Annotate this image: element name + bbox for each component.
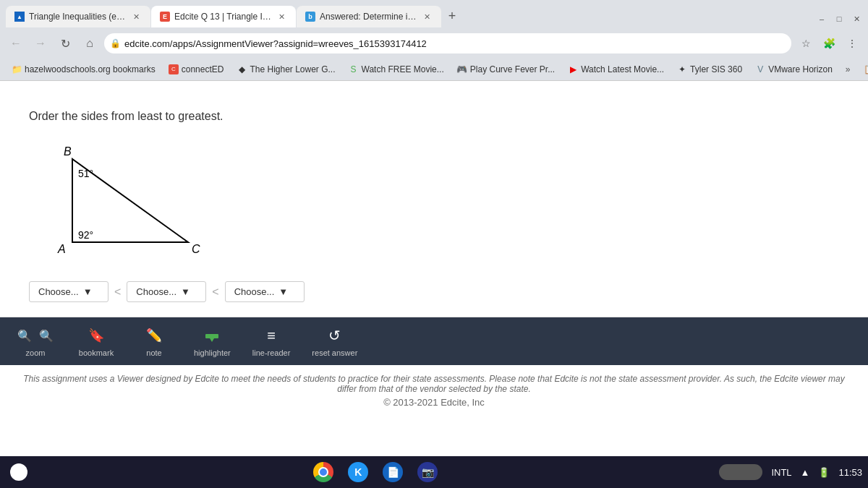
bookmark-curve-fever[interactable]: 🎮 Play Curve Fever Pr... xyxy=(451,63,561,76)
bookmark-vmware[interactable]: V VMware Horizon xyxy=(749,63,838,76)
dropdown-3-label: Choose... xyxy=(234,286,275,297)
note-label: note xyxy=(146,348,161,357)
home-button[interactable]: ⌂ xyxy=(80,33,100,53)
tab-favicon-2: E xyxy=(160,12,170,22)
taskbar-right: INTL ▲ 🔋 11:53 xyxy=(719,464,862,480)
camera-taskbar-icon[interactable]: 📷 xyxy=(414,459,441,485)
tab-label-2: Edcite Q 13 | Triangle Inequalitie... xyxy=(174,12,271,22)
separator-1: < xyxy=(114,286,121,299)
bookmark-hazelwood[interactable]: 📁 hazelwoodschools.org bookmarks xyxy=(6,63,161,76)
minimize-button[interactable]: – xyxy=(816,13,827,25)
time-display: 11:53 xyxy=(838,467,862,478)
start-circle xyxy=(10,463,27,481)
line-reader-icon[interactable]: ≡ xyxy=(261,325,281,346)
reset-answer-tool[interactable]: ↺ reset answer xyxy=(312,325,357,357)
tab-favicon-3: b xyxy=(305,12,315,22)
bookmark-connected-label: connectED xyxy=(182,64,224,74)
bookmark-higher-lower-label: The Higher Lower G... xyxy=(250,64,335,74)
bookmark-higher-lower[interactable]: ◆ The Higher Lower G... xyxy=(231,63,341,76)
chrome-taskbar-icon[interactable] xyxy=(310,459,336,485)
footer-disclaimer: This assignment uses a Viewer designed b… xyxy=(14,374,854,394)
vertex-a-label: A xyxy=(57,243,66,255)
note-icon[interactable]: ✏️ xyxy=(144,325,164,346)
watch-free-favicon: S xyxy=(349,64,359,74)
bookmark-tool[interactable]: 🔖 bookmark xyxy=(78,325,114,357)
answer-row: Choose... ▼ < Choose... ▼ < Choose... ▼ xyxy=(29,281,622,302)
vertex-c-label: C xyxy=(192,243,200,255)
bookmark-tyler[interactable]: ✦ Tyler SIS 360 xyxy=(671,63,748,76)
taskbar-center: K 📄 📷 xyxy=(32,459,719,485)
line-reader-label: line-reader xyxy=(252,348,291,357)
note-tool[interactable]: ✏️ note xyxy=(136,325,172,357)
start-button[interactable] xyxy=(6,459,32,485)
zoom-out-tool[interactable]: 🔍 🔍 zoom xyxy=(14,325,56,357)
footer-copyright: © 2013-2021 Edcite, Inc xyxy=(14,397,854,408)
battery-icon: 🔋 xyxy=(818,467,830,478)
close-button[interactable]: ✕ xyxy=(851,13,862,25)
bookmark-tyler-label: Tyler SIS 360 xyxy=(690,64,742,74)
higher-lower-favicon: ◆ xyxy=(237,64,247,74)
browser-toolbar-icons: ☆ 🧩 ⋮ xyxy=(796,33,862,53)
new-tab-button[interactable]: + xyxy=(442,6,462,26)
tab-bar: ▲ Triangle Inequalities (edited) ✕ E Edc… xyxy=(0,0,868,27)
tab-label-1: Triangle Inequalities (edited) xyxy=(29,12,126,22)
more-options-icon[interactable]: ⋮ xyxy=(842,33,862,53)
tab-triangle-inequalities-edited[interactable]: ▲ Triangle Inequalities (edited) ✕ xyxy=(6,6,150,27)
address-input[interactable] xyxy=(104,33,791,53)
file-taskbar-icon[interactable]: 📄 xyxy=(380,459,406,485)
reading-list-icon: 📋 xyxy=(864,64,868,74)
lock-icon: 🔒 xyxy=(110,38,121,48)
bookmark-watch-free[interactable]: S Watch FREE Movie... xyxy=(343,63,450,76)
pill-indicator xyxy=(719,464,762,480)
vertex-b-label: B xyxy=(64,145,72,158)
chrome-logo xyxy=(313,462,333,482)
bookmark-watch-free-label: Watch FREE Movie... xyxy=(362,64,444,74)
triangle-svg: B A C 51° 92° xyxy=(43,137,203,264)
highlighter-label: highlighter xyxy=(194,348,231,357)
tab-close-3[interactable]: ✕ xyxy=(421,11,433,22)
curve-fever-favicon: 🎮 xyxy=(457,64,467,74)
bookmarks-more-button[interactable]: » xyxy=(840,63,856,76)
dropdown-2-label: Choose... xyxy=(136,286,176,297)
bookmark-watch-latest[interactable]: ▶ Watch Latest Movie... xyxy=(562,63,670,76)
tab-close-2[interactable]: ✕ xyxy=(276,11,287,22)
dropdown-1-label: Choose... xyxy=(38,286,79,297)
maximize-button[interactable]: □ xyxy=(833,13,845,25)
taskbar: K 📄 📷 INTL ▲ 🔋 11:53 xyxy=(0,456,868,488)
bookmark-icon[interactable]: 🔖 xyxy=(86,325,106,346)
forward-button[interactable]: → xyxy=(30,33,51,53)
dropdown-3[interactable]: Choose... ▼ xyxy=(225,281,305,302)
bottom-toolbar: 🔍 🔍 zoom 🔖 bookmark ✏️ note xyxy=(0,317,868,365)
bookmarks-bar: 📁 hazelwoodschools.org bookmarks C conne… xyxy=(0,59,868,81)
bookmark-star-icon[interactable]: ☆ xyxy=(796,33,816,53)
extension-puzzle-icon[interactable]: 🧩 xyxy=(819,33,839,53)
triangle-diagram: B A C 51° 92° xyxy=(43,137,622,267)
bookmark-connected[interactable]: C connectED xyxy=(163,63,230,76)
angle-b: 51° xyxy=(78,168,93,179)
tab-edcite-active[interactable]: E Edcite Q 13 | Triangle Inequalitie... … xyxy=(151,6,296,27)
tab-close-1[interactable]: ✕ xyxy=(130,11,142,22)
file-logo: 📄 xyxy=(383,462,403,482)
dropdown-2-arrow: ▼ xyxy=(181,286,190,297)
address-input-wrapper[interactable]: 🔒 xyxy=(104,33,791,53)
bookmark-curve-fever-label: Play Curve Fever Pr... xyxy=(470,64,555,74)
highlighter-icon[interactable] xyxy=(202,325,222,346)
k-taskbar-icon[interactable]: K xyxy=(345,459,371,485)
window-controls: – □ ✕ xyxy=(816,13,862,27)
reload-button[interactable]: ↻ xyxy=(55,33,75,53)
k-logo: K xyxy=(348,462,368,482)
svg-marker-2 xyxy=(210,338,214,342)
reset-icon[interactable]: ↺ xyxy=(325,325,345,346)
zoom-out-icon[interactable]: 🔍 xyxy=(14,325,35,346)
dropdown-1[interactable]: Choose... ▼ xyxy=(29,281,109,302)
tab-answered[interactable]: b Answered: Determine if the side... ✕ xyxy=(297,6,441,27)
reading-list-button[interactable]: 📋 Reading list xyxy=(858,59,868,81)
page-inner: Order the sides from least to greatest. … xyxy=(0,81,651,317)
dropdown-2[interactable]: Choose... ▼ xyxy=(127,281,206,302)
tyler-favicon: ✦ xyxy=(677,64,687,74)
address-bar: ← → ↻ ⌂ 🔒 ☆ 🧩 ⋮ xyxy=(0,27,868,59)
back-button[interactable]: ← xyxy=(6,33,26,53)
highlighter-tool[interactable]: highlighter xyxy=(194,325,231,357)
line-reader-tool[interactable]: ≡ line-reader xyxy=(252,325,291,357)
zoom-in-icon[interactable]: 🔍 xyxy=(36,325,56,346)
